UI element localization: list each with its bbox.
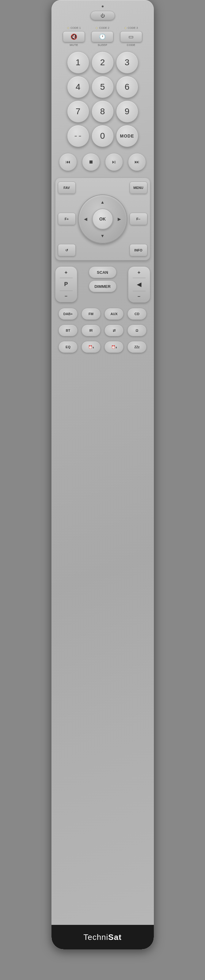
volume-button[interactable]: + ◀ – — [128, 266, 150, 302]
brand-prefix: Techni — [83, 932, 108, 942]
dab-button[interactable]: DAB+ — [59, 308, 78, 320]
source-row-2: BT IR ⇄ Ω — [57, 325, 149, 336]
code3-led — [124, 27, 127, 29]
function-buttons-row: 🔇 🕐 ▭ — [60, 31, 146, 42]
mute-button[interactable]: 🔇 — [63, 31, 85, 42]
rewind-icon: ⏮ — [65, 159, 70, 165]
sleep-timer-icon: ZZz — [134, 345, 140, 349]
volume-label: ◀ — [137, 279, 141, 290]
sleep-label: SLEEP — [91, 43, 113, 46]
num-0-button[interactable]: 0 — [92, 125, 114, 147]
alarm1-icon: ⏰₁ — [88, 345, 94, 349]
num-2-button[interactable]: 2 — [92, 51, 114, 73]
f-minus-button[interactable]: F– — [130, 213, 148, 225]
cd-button[interactable]: CD — [127, 308, 146, 320]
shuffle-icon: ⇄ — [113, 329, 116, 332]
channel-plus-icon: + — [64, 269, 68, 277]
nav-top-row: FAV MENU — [58, 181, 148, 194]
num-dash-button[interactable]: – – — [67, 125, 89, 147]
alarm1-button[interactable]: ⏰₁ — [81, 341, 100, 353]
number-pad: 1 2 3 4 5 6 7 8 9 – – 0 MODE — [67, 51, 138, 147]
code-icon: ▭ — [129, 33, 133, 40]
code-label: CODE — [120, 43, 142, 46]
dpad: ▲ ▼ ◀ ▶ OK — [78, 194, 127, 243]
volume-minus-icon: – — [137, 293, 141, 301]
back-button[interactable]: ↺ — [58, 244, 76, 256]
eq-button[interactable]: EQ — [59, 341, 78, 353]
stop-button[interactable]: ⏹ — [82, 153, 100, 171]
scan-button[interactable]: SCAN — [89, 266, 116, 278]
power-button[interactable]: ⏻ — [91, 11, 115, 20]
remote-control: ⏻ CODE 1 CODE 2 CODE 3 🔇 🕐 ▭ MUTE SLEEP … — [51, 0, 154, 950]
code1-label: CODE 1 — [70, 26, 81, 29]
left-arrow-icon: ◀ — [84, 216, 87, 221]
transport-controls: ⏮ ⏹ ⏯ ⏭ — [57, 153, 149, 171]
num-1-button[interactable]: 1 — [67, 51, 89, 73]
code-indicators: CODE 1 CODE 2 CODE 3 — [60, 26, 146, 29]
source-row-3: EQ ⏰₁ ⏰₂ ZZz — [57, 341, 149, 353]
dpad-up-button[interactable]: ▲ — [98, 197, 107, 207]
source-row-1: DAB+ FM AUX CD — [57, 308, 149, 320]
num-5-button[interactable]: 5 — [92, 76, 114, 98]
aux-button[interactable]: AUX — [105, 308, 124, 320]
nav-middle-row: F+ ▲ ▼ ◀ ▶ OK F– — [58, 194, 148, 243]
num-6-button[interactable]: 6 — [116, 76, 138, 98]
sleep-button[interactable]: 🕐 — [91, 31, 113, 42]
right-arrow-icon: ▶ — [118, 216, 121, 221]
ir-button[interactable]: IR — [81, 325, 100, 336]
volume-plus-icon: + — [137, 269, 141, 277]
up-arrow-icon: ▲ — [100, 200, 105, 205]
headphone-button[interactable]: Ω — [127, 325, 146, 336]
num-4-button[interactable]: 4 — [67, 76, 89, 98]
shuffle-button[interactable]: ⇄ — [105, 325, 124, 336]
alarm2-button[interactable]: ⏰₂ — [105, 341, 124, 353]
play-pause-button[interactable]: ⏯ — [105, 153, 123, 171]
down-arrow-icon: ▼ — [100, 233, 105, 238]
dpad-down-button[interactable]: ▼ — [98, 231, 107, 240]
code2-led — [95, 27, 98, 29]
navigation-section: FAV MENU F+ ▲ ▼ ◀ ▶ — [55, 178, 150, 260]
code1-indicator: CODE 1 — [67, 26, 81, 29]
power-icon: ⏻ — [100, 13, 105, 18]
ok-button[interactable]: OK — [92, 208, 113, 229]
v-divider — [133, 278, 146, 278]
num-3-button[interactable]: 3 — [116, 51, 138, 73]
code1-led — [67, 27, 69, 29]
pv-section: + P – SCAN DIMMER + ◀ – — [55, 266, 150, 302]
mute-icon: 🔇 — [70, 33, 77, 40]
play-pause-icon: ⏯ — [111, 159, 116, 165]
dpad-left-button[interactable]: ◀ — [81, 215, 91, 224]
fast-forward-button[interactable]: ⏭ — [128, 153, 146, 171]
function-labels: MUTE SLEEP CODE — [60, 43, 146, 46]
num-7-button[interactable]: 7 — [67, 100, 89, 123]
sleep-timer-button[interactable]: ZZz — [127, 341, 146, 353]
brand-name: TechniSat — [83, 932, 122, 942]
brand-bar: TechniSat — [51, 925, 154, 950]
brand-suffix: Sat — [108, 932, 121, 942]
dpad-right-button[interactable]: ▶ — [115, 215, 124, 224]
fav-button[interactable]: FAV — [58, 181, 76, 194]
code3-label: CODE 3 — [128, 26, 138, 29]
sleep-icon: 🕐 — [99, 33, 106, 40]
dimmer-button[interactable]: DIMMER — [89, 280, 116, 292]
mode-button[interactable]: MODE — [116, 125, 138, 147]
f-plus-button[interactable]: F+ — [58, 213, 76, 225]
code2-indicator: CODE 2 — [95, 26, 110, 29]
fm-button[interactable]: FM — [81, 308, 100, 320]
fast-forward-icon: ⏭ — [135, 159, 140, 165]
code2-label: CODE 2 — [99, 26, 110, 29]
bt-button[interactable]: BT — [59, 325, 78, 336]
nav-bottom-row: ↺ INFO — [58, 244, 148, 256]
alarm2-icon: ⏰₂ — [111, 345, 117, 349]
channel-button[interactable]: + P – — [55, 266, 77, 302]
ir-sensor — [102, 5, 103, 7]
stop-icon: ⏹ — [89, 159, 94, 165]
rewind-button[interactable]: ⏮ — [59, 153, 77, 171]
num-8-button[interactable]: 8 — [92, 100, 114, 123]
code-button[interactable]: ▭ — [120, 31, 142, 42]
channel-label: P — [64, 279, 68, 290]
menu-button[interactable]: MENU — [130, 181, 148, 194]
num-9-button[interactable]: 9 — [116, 100, 138, 123]
code3-indicator: CODE 3 — [124, 26, 138, 29]
info-button[interactable]: INFO — [130, 244, 148, 256]
